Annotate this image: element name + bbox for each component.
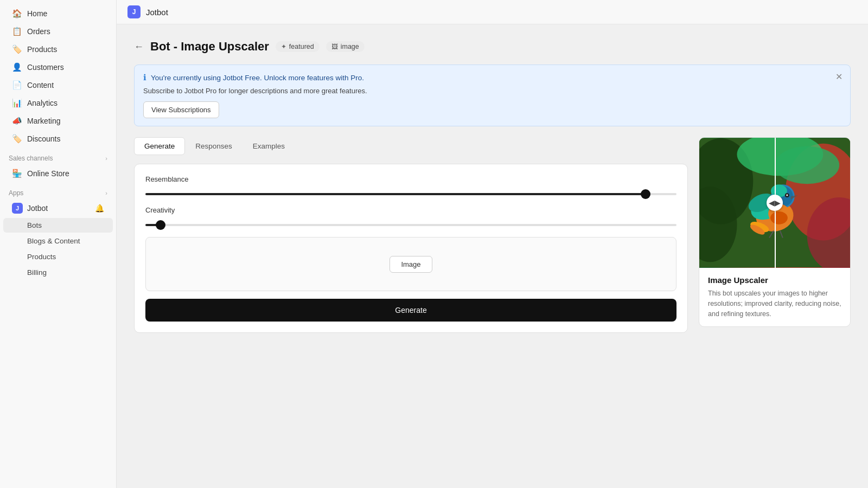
featured-icon: ✦ [281,43,286,50]
sidebar-item-label: Online Store [27,169,69,178]
sidebar-item-products[interactable]: 🏷️ Products [3,41,113,58]
left-panel: Generate Responses Examples Resemblance … [134,137,688,333]
sidebar-item-discounts[interactable]: 🏷️ Discounts [3,130,113,147]
topbar: J Jotbot [117,0,868,24]
alert-message: You're currently using Jotbot Free. Unlo… [151,74,364,82]
svg-point-6 [775,146,839,184]
sidebar-item-label: Analytics [27,99,58,107]
image-tag-icon: 🖼 [331,43,338,50]
generate-button[interactable]: Generate [145,299,676,322]
creativity-label: Creativity [145,206,676,214]
sidebar-item-orders[interactable]: 📋 Orders [3,23,113,40]
image-upload-area[interactable]: Image [145,237,676,291]
sidebar-item-label: Orders [27,27,50,36]
sidebar-item-label: Content [27,81,54,89]
close-button[interactable]: ✕ [835,72,843,82]
image-card-title: Image Upscaler [708,275,841,285]
sidebar-subitem-bots[interactable]: Bots [3,218,113,233]
view-subscriptions-button[interactable]: View Subscriptions [143,101,219,118]
info-icon: ℹ [143,73,146,82]
products-icon: 🏷️ [12,44,22,54]
apps-section: Apps › [0,183,116,199]
sidebar-item-home[interactable]: 🏠 Home [3,5,113,22]
sales-channels-section: Sales channels › [0,148,116,164]
alert-description: Subscribe to Jotbot Pro for longer descr… [143,87,841,95]
image-card-description: This bot upscales your images to higher … [708,288,841,319]
sidebar-item-content[interactable]: 📄 Content [3,76,113,94]
image-tag: 🖼 image [326,41,365,52]
sidebar-item-analytics[interactable]: 📊 Analytics [3,94,113,112]
content-icon: 📄 [12,80,22,90]
page-header: ← Bot - Image Upscaler ✦ featured 🖼 imag… [134,40,851,54]
bell-icon: 🔔 [95,204,104,213]
sidebar-item-label: Marketing [27,117,60,125]
store-icon: 🏪 [12,169,22,178]
svg-point-15 [786,195,788,196]
chevron-right-icon[interactable]: › [105,155,107,162]
image-card: ◀▶ Image Upscaler This bot upscales your… [699,137,851,327]
sidebar: 🏠 Home 📋 Orders 🏷️ Products 👤 Customers … [0,0,117,488]
tab-responses[interactable]: Responses [185,137,242,155]
home-icon: 🏠 [12,9,22,18]
main-content: J Jotbot ← Bot - Image Upscaler ✦ featur… [117,0,868,488]
image-upload-button[interactable]: Image [390,256,432,273]
orders-icon: 📋 [12,27,22,36]
jotbot-app-icon: J [12,203,23,214]
sidebar-item-label: Discounts [27,134,60,143]
content-area: ← Bot - Image Upscaler ✦ featured 🖼 imag… [117,24,868,348]
page-title: Bot - Image Upscaler [150,40,269,54]
discounts-icon: 🏷️ [12,134,22,144]
creativity-slider[interactable] [145,224,676,226]
toggle-arrows-icon: ◀▶ [769,198,781,207]
generate-panel: Resemblance Creativity Image Generate [134,164,688,333]
image-compare-toggle[interactable]: ◀▶ [767,195,783,211]
panel-area: Generate Responses Examples Resemblance … [134,137,851,333]
sidebar-item-marketing[interactable]: 📣 Marketing [3,112,113,130]
sidebar-subitem-blogs-content[interactable]: Blogs & Content [3,234,113,248]
back-button[interactable]: ← [134,41,144,53]
chevron-right-icon[interactable]: › [105,190,107,196]
app-title: Jotbot [146,8,168,17]
resemblance-label: Resemblance [145,175,676,183]
right-panel: ◀▶ Image Upscaler This bot upscales your… [699,137,851,333]
customers-icon: 👤 [12,62,22,72]
resemblance-section: Resemblance [145,175,676,197]
analytics-icon: 📊 [12,98,22,108]
app-logo: J [127,5,141,18]
sidebar-item-label: Home [27,9,47,18]
featured-tag: ✦ featured [276,41,320,52]
svg-point-17 [770,211,788,224]
sidebar-item-label: Customers [27,63,64,72]
sidebar-item-label: Products [27,45,57,54]
image-card-body: Image Upscaler This bot upscales your im… [699,268,850,326]
sidebar-subitem-billing[interactable]: Billing [3,265,113,280]
resemblance-slider[interactable] [145,193,676,195]
marketing-icon: 📣 [12,116,22,126]
sidebar-item-online-store[interactable]: 🏪 Online Store [3,165,113,182]
sidebar-subitem-products[interactable]: Products [3,249,113,264]
sidebar-item-customers[interactable]: 👤 Customers [3,59,113,76]
sidebar-item-jotbot[interactable]: J Jotbot 🔔 [3,200,113,217]
creativity-section: Creativity [145,206,676,228]
bird-image-container: ◀▶ [699,138,850,268]
tab-generate[interactable]: Generate [134,137,185,155]
tab-examples[interactable]: Examples [242,137,295,155]
tab-bar: Generate Responses Examples [134,137,688,155]
jotbot-label: Jotbot [27,204,48,213]
alert-banner: ℹ You're currently using Jotbot Free. Un… [134,65,851,126]
